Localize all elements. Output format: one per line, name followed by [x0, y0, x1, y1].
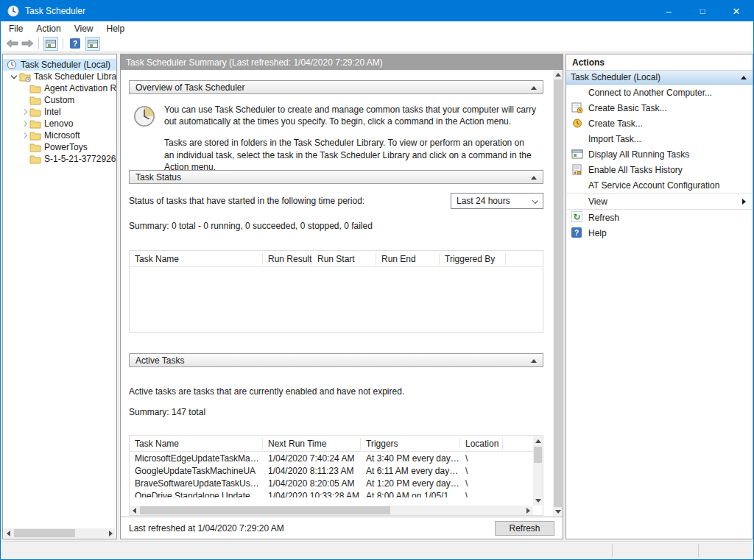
chevron-right-icon[interactable]	[21, 132, 27, 138]
scroll-up-arrow-icon[interactable]	[533, 436, 543, 446]
action-label: View	[588, 196, 607, 207]
create-task-icon	[571, 118, 583, 129]
scroll-left-arrow-icon[interactable]	[130, 506, 139, 515]
column-header[interactable]: Triggers	[361, 438, 460, 450]
close-button[interactable]: ✕	[719, 1, 753, 21]
column-header[interactable]: Run End	[376, 253, 440, 265]
action-pane-icon	[88, 40, 98, 48]
tasks-history-icon	[571, 164, 583, 175]
tree-item-custom[interactable]: Custom	[3, 94, 116, 106]
column-header[interactable]: Location	[460, 438, 503, 450]
active-tasks-vertical-scrollbar[interactable]	[533, 436, 543, 506]
scrollbar-thumb[interactable]	[140, 506, 390, 514]
column-header[interactable]: Triggered By	[440, 253, 506, 265]
help-toolbar-button[interactable]: ?	[68, 37, 82, 51]
action-at-service-account-configuration[interactable]: AT Service Account Configuration	[566, 177, 753, 193]
overview-body: You can use Task Scheduler to create and…	[129, 94, 543, 170]
active-tasks-horizontal-scrollbar[interactable]	[130, 506, 533, 515]
last-refreshed-text: Last refreshed at 1/04/2020 7:29:20 AM	[129, 523, 284, 534]
active-tasks-rows: MicrosoftEdgeUpdateTaskMachine... 1/04/2…	[130, 452, 543, 497]
tree-item-microsoft[interactable]: Microsoft	[3, 130, 116, 141]
time-period-dropdown[interactable]: Last 24 hours	[451, 193, 543, 209]
column-header[interactable]: Task Name	[130, 438, 263, 450]
tree-item-sid-folder[interactable]: S-1-5-21-3772926790-	[3, 153, 116, 165]
scrollbar-thumb[interactable]	[554, 79, 562, 507]
table-row[interactable]: BraveSoftwareUpdateTaskUserS-1-... 1/04/…	[130, 477, 543, 489]
action-connect-to-another-computer[interactable]: Connect to Another Computer...	[566, 85, 753, 100]
chevron-down-icon[interactable]	[11, 72, 17, 78]
actions-group-header[interactable]: Task Scheduler (Local)	[566, 71, 753, 85]
chevron-right-icon[interactable]	[21, 109, 27, 115]
column-header[interactable]: Run Start	[312, 253, 376, 265]
table-row[interactable]: OneDrive Standalone Update Task-... 1/04…	[130, 489, 543, 497]
collapse-arrow-icon[interactable]	[531, 359, 537, 363]
scroll-right-arrow-icon[interactable]	[524, 506, 533, 515]
tree-item-label: S-1-5-21-3772926790-	[44, 154, 116, 164]
tree-item-label: Task Scheduler (Local)	[21, 60, 110, 70]
tree-item-label: Microsoft	[44, 130, 80, 141]
scroll-right-arrow-icon[interactable]	[106, 528, 116, 538]
table-row[interactable]: GoogleUpdateTaskMachineUA 1/04/2020 8:11…	[130, 464, 543, 477]
menu-file[interactable]: File	[2, 22, 29, 35]
scrollbar-thumb[interactable]	[14, 529, 75, 537]
action-help[interactable]: ? Help	[566, 225, 753, 241]
status-bar-divider	[612, 544, 613, 557]
action-display-all-running-tasks[interactable]: Display All Running Tasks	[566, 146, 753, 162]
forward-arrow-icon[interactable]	[21, 39, 34, 48]
overview-section-header[interactable]: Overview of Task Scheduler	[129, 80, 543, 94]
tree-item-powertoys[interactable]: PowerToys	[3, 141, 116, 153]
column-header[interactable]: Task Name	[130, 253, 263, 265]
action-create-task[interactable]: Create Task...	[566, 116, 753, 131]
summary-vertical-scrollbar[interactable]	[553, 70, 563, 517]
column-header[interactable]: Run Result	[263, 253, 312, 265]
scrollbar-thumb[interactable]	[534, 447, 542, 463]
action-label: Enable All Tasks History	[588, 165, 683, 175]
action-import-task[interactable]: Import Task...	[566, 131, 753, 146]
workspace: Task Scheduler (Local) Task Scheduler Li…	[1, 52, 753, 541]
action-refresh[interactable]: ↻ Refresh	[566, 210, 753, 225]
tree-item-intel[interactable]: Intel	[3, 106, 116, 118]
maximize-button[interactable]: □	[686, 1, 719, 21]
task-scheduler-window: Task Scheduler – □ ✕ File Action View He…	[0, 0, 754, 560]
minimize-button[interactable]: –	[652, 1, 686, 21]
menu-view[interactable]: View	[68, 22, 100, 35]
collapse-arrow-icon[interactable]	[531, 176, 537, 180]
scroll-left-arrow-icon[interactable]	[4, 528, 13, 538]
tree-item-lenovo[interactable]: Lenovo	[3, 118, 116, 130]
cell-location: \	[460, 466, 503, 476]
menu-help[interactable]: Help	[100, 22, 132, 35]
back-arrow-icon[interactable]	[6, 39, 18, 48]
help-icon: ?	[571, 227, 582, 238]
column-header[interactable]: Next Run Time	[263, 438, 361, 450]
scroll-down-arrow-icon[interactable]	[533, 496, 543, 506]
action-label: Refresh	[588, 213, 619, 223]
active-tasks-section-header[interactable]: Active Tasks	[129, 353, 543, 367]
action-view[interactable]: View	[566, 194, 753, 209]
task-status-table-header: Task Name Run Result Run Start Run End T…	[130, 251, 543, 267]
cell-location: \	[460, 491, 503, 498]
cell-next-run: 1/04/2020 8:20:05 AM	[263, 478, 361, 489]
task-status-summary: Summary: 0 total - 0 running, 0 succeede…	[129, 221, 543, 231]
cell-triggers: At 6:11 AM every day - ...	[361, 466, 460, 476]
show-console-tree-button[interactable]	[43, 37, 58, 51]
collapse-arrow-icon[interactable]	[741, 76, 747, 79]
actions-group-title: Task Scheduler (Local)	[571, 72, 660, 82]
collapse-arrow-icon[interactable]	[531, 86, 537, 90]
menu-action[interactable]: Action	[29, 22, 67, 35]
tree-item-agent-activation[interactable]: Agent Activation Runt	[3, 82, 116, 94]
task-status-section-header[interactable]: Task Status	[129, 170, 543, 184]
action-enable-all-tasks-history[interactable]: Enable All Tasks History	[566, 162, 753, 177]
tree-item-library[interactable]: Task Scheduler Library	[3, 71, 116, 82]
tree-horizontal-scrollbar[interactable]	[4, 528, 116, 538]
overview-paragraph-1: You can use Task Scheduler to create and…	[164, 104, 536, 127]
refresh-button[interactable]: Refresh	[495, 521, 554, 536]
action-create-basic-task[interactable]: Create Basic Task...	[566, 100, 753, 116]
show-action-pane-button[interactable]	[85, 37, 100, 51]
active-tasks-title: Active Tasks	[135, 355, 184, 366]
tree-item-root[interactable]: Task Scheduler (Local)	[3, 59, 116, 71]
chevron-right-icon[interactable]	[21, 121, 27, 127]
task-status-title: Task Status	[135, 172, 181, 182]
table-row[interactable]: MicrosoftEdgeUpdateTaskMachine... 1/04/2…	[130, 452, 543, 464]
scroll-up-arrow-icon[interactable]	[553, 70, 563, 79]
scroll-down-arrow-icon[interactable]	[553, 507, 563, 517]
